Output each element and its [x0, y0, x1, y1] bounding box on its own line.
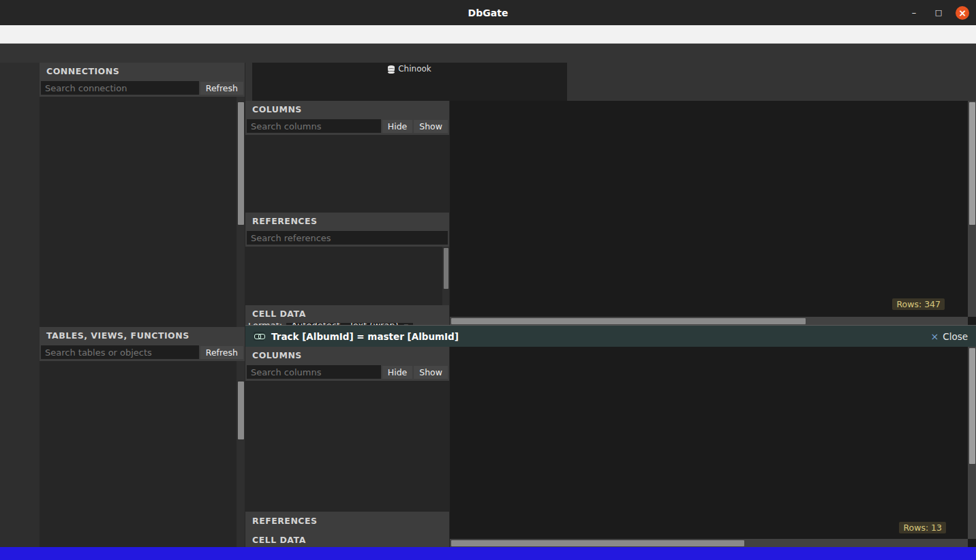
close-reference-panel-button[interactable]: × Close: [930, 331, 968, 342]
connections-search-row: Refresh: [40, 80, 245, 97]
left-panel: CONNECTIONS Refresh TABLES, VIEWS, FUNCT…: [40, 63, 245, 547]
grid-horizontal-scrollbar[interactable]: [450, 317, 968, 325]
window-title: DbGate: [0, 7, 976, 18]
grid-vscroll-thumb[interactable]: [969, 348, 975, 464]
album-tab-content: COLUMNS Hide Show REFERENCES CELL DATA: [245, 101, 976, 325]
tab-group-label: Chinook: [252, 63, 567, 74]
maximize-icon[interactable]: [931, 5, 946, 20]
grid-vertical-scrollbar[interactable]: [968, 101, 976, 317]
tab-group: Chinook: [252, 63, 567, 101]
reference-panel-title: Track [AlbumId] = master [AlbumId]: [271, 331, 459, 342]
cell-data-header: CELL DATA: [245, 305, 449, 323]
tables-refresh-button[interactable]: Refresh: [200, 346, 243, 359]
references-scrollbar-thumb[interactable]: [444, 248, 448, 289]
hide-button[interactable]: Hide: [382, 120, 413, 133]
tables-scrollbar[interactable]: [237, 361, 245, 547]
top-managers-panel: COLUMNS Hide Show REFERENCES CELL DATA: [245, 101, 450, 325]
references-header: REFERENCES: [245, 512, 449, 530]
references-header: REFERENCES: [245, 213, 449, 230]
search-tables-input[interactable]: [41, 345, 199, 359]
titlebar: DbGate: [0, 0, 976, 25]
search-references-input[interactable]: [247, 231, 448, 245]
columns-search-row: Hide Show: [245, 119, 449, 135]
rows-count-badge: Rows: 347: [892, 298, 945, 310]
reference-panel-body: COLUMNS Hide Show REFERENCES CELL DATA: [245, 347, 976, 547]
columns-list: [245, 135, 449, 213]
connections-list: [40, 97, 245, 327]
references-scrollbar[interactable]: [442, 247, 449, 305]
connections-scrollbar[interactable]: [237, 97, 245, 327]
rows-count-badge: Rows: 13: [899, 522, 946, 533]
reference-detail-panel: Track [AlbumId] = master [AlbumId] × Clo…: [245, 325, 976, 547]
columns-header: COLUMNS: [245, 101, 449, 119]
close-icon: ×: [930, 331, 939, 342]
columns-list: [245, 381, 449, 512]
connections-scrollbar-thumb[interactable]: [238, 102, 244, 225]
search-columns-input[interactable]: [247, 365, 381, 379]
icon-rail: [0, 63, 40, 547]
grid-hscroll-thumb[interactable]: [451, 540, 744, 546]
references-search-row: [245, 230, 449, 247]
link-icon: [254, 332, 264, 341]
grid-hscroll-thumb[interactable]: [451, 318, 806, 324]
hide-button[interactable]: Hide: [382, 366, 413, 379]
cell-data-header: CELL DATA: [245, 531, 449, 547]
tables-list: [40, 361, 245, 547]
toolbar: [0, 44, 976, 63]
show-button[interactable]: Show: [414, 366, 448, 379]
close-icon[interactable]: [956, 6, 969, 20]
grid-horizontal-scrollbar[interactable]: [450, 539, 968, 547]
grid-vscroll-thumb[interactable]: [969, 102, 975, 225]
tab-strip: Chinook: [245, 63, 976, 101]
columns-search-row: Hide Show: [245, 364, 449, 381]
bottom-managers-panel: COLUMNS Hide Show REFERENCES CELL DATA: [245, 347, 450, 547]
main-area: CONNECTIONS Refresh TABLES, VIEWS, FUNCT…: [0, 63, 976, 547]
close-label: Close: [943, 331, 968, 342]
tables-header: TABLES, VIEWS, FUNCTIONS: [40, 327, 245, 345]
columns-header: COLUMNS: [245, 347, 449, 364]
connections-header: CONNECTIONS: [40, 63, 245, 80]
show-button[interactable]: Show: [414, 120, 448, 133]
minimize-icon[interactable]: [906, 5, 921, 20]
menu-bar: [0, 25, 976, 44]
reference-panel-header: Track [AlbumId] = master [AlbumId] × Clo…: [245, 326, 976, 347]
search-connection-input[interactable]: [41, 81, 199, 95]
tab-group-database-name: Chinook: [398, 64, 431, 74]
tables-search-row: Refresh: [40, 345, 245, 361]
status-bar: [0, 547, 976, 560]
tabs: [252, 74, 567, 101]
search-columns-input[interactable]: [247, 119, 381, 133]
window-controls: [906, 5, 976, 20]
album-data-grid: Rows: 347: [450, 101, 976, 325]
dbgate-window: DbGate CONNECTIONS Refresh TABLES, VIEWS…: [0, 0, 976, 560]
grid-vertical-scrollbar[interactable]: [968, 347, 976, 539]
references-list: [245, 247, 449, 305]
track-data-grid: Rows: 13: [450, 347, 976, 547]
tables-scrollbar-thumb[interactable]: [238, 382, 244, 439]
database-icon: [388, 65, 395, 72]
workspace: Chinook COLUMNS Hide Show REFERENCES: [245, 63, 976, 547]
connections-refresh-button[interactable]: Refresh: [200, 82, 243, 95]
